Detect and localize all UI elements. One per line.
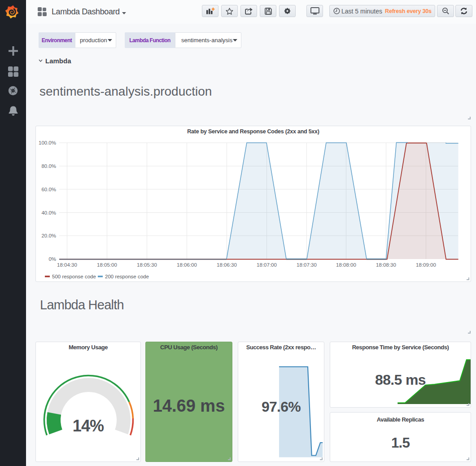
svg-text:18:04:30: 18:04:30 bbox=[57, 262, 77, 268]
svg-text:18:09:00: 18:09:00 bbox=[416, 262, 436, 268]
svg-text:18:05:30: 18:05:30 bbox=[137, 262, 157, 268]
svg-text:18:06:30: 18:06:30 bbox=[217, 262, 237, 268]
svg-text:18:06:00: 18:06:00 bbox=[177, 262, 197, 268]
svg-text:200 response code: 200 response code bbox=[105, 274, 149, 279]
svg-text:80.0%: 80.0% bbox=[41, 163, 56, 169]
svg-text:18:05:00: 18:05:00 bbox=[97, 262, 117, 268]
svg-text:18:08:00: 18:08:00 bbox=[336, 262, 356, 268]
svg-text:18:08:30: 18:08:30 bbox=[376, 262, 396, 268]
svg-text:40.0%: 40.0% bbox=[41, 210, 56, 215]
svg-text:0%: 0% bbox=[48, 256, 56, 262]
svg-text:500 response code: 500 response code bbox=[52, 274, 96, 279]
svg-text:20.0%: 20.0% bbox=[41, 233, 56, 238]
svg-text:18:07:00: 18:07:00 bbox=[257, 262, 277, 268]
svg-text:100.0%: 100.0% bbox=[39, 140, 56, 145]
svg-text:60.0%: 60.0% bbox=[41, 187, 56, 192]
svg-text:18:07:30: 18:07:30 bbox=[297, 262, 317, 268]
